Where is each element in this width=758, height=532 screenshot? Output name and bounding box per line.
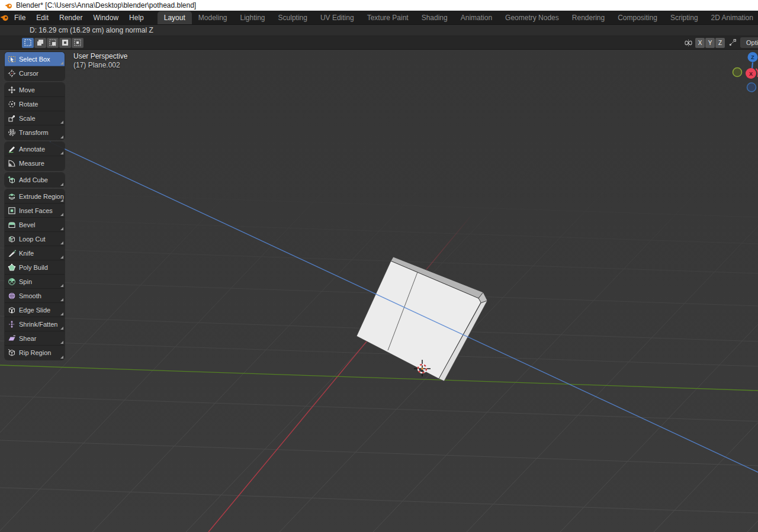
workspace-tab-texture-paint[interactable]: Texture Paint [361,11,415,25]
subtool-indicator-icon [60,62,63,65]
knife-icon [5,249,19,257]
tool-label: Select Box [19,56,50,63]
workspace-tab-modeling[interactable]: Modeling [192,11,234,25]
menu-edit[interactable]: Edit [31,12,54,24]
tool-transform[interactable]: Transform [5,125,65,140]
nav-gizmo: Z X [733,52,758,92]
menu-file[interactable]: File [9,12,31,24]
tool-move[interactable]: Move [5,83,65,97]
menu-render[interactable]: Render [54,12,88,24]
tool-scale[interactable]: Scale [5,111,65,125]
tool-inset-faces[interactable]: Inset Faces [5,204,65,218]
tool-group-2: MoveRotateScaleTransform [5,83,65,140]
subtool-indicator-icon [60,199,63,202]
workspace-tabs: LayoutModelingLightingSculptingUV Editin… [158,11,758,25]
tool-bevel[interactable]: Bevel [5,218,65,232]
subtool-indicator-icon [60,183,63,186]
viewport-scene[interactable]: Z X [0,50,758,532]
options-button[interactable]: Opti [740,37,758,48]
bevel-icon [5,221,19,229]
tool-select-box[interactable]: Select Box [5,52,65,66]
tool-shrink-fatten[interactable]: Shrink/Fatten [5,317,65,331]
tool-smooth[interactable]: Smooth [5,289,65,303]
active-object-label: (17) Plane.002 [73,61,127,70]
tool-label: Shear [19,335,36,342]
poly-build-icon [5,263,19,272]
workspace-tab-sculpting[interactable]: Sculpting [272,11,314,25]
tool-settings-bar: XYZ Opti [0,36,758,50]
tool-label: Annotate [19,146,45,153]
workspace-tab-lighting[interactable]: Lighting [234,11,272,25]
tool-poly-build[interactable]: Poly Build [5,260,65,275]
tool-cursor[interactable]: Cursor [5,66,65,80]
workspace-tab-rendering[interactable]: Rendering [566,11,611,25]
workspace-tab-geometry-nodes[interactable]: Geometry Nodes [499,11,566,25]
gizmo-axis-y-negative[interactable] [733,68,742,77]
workspace-tab-layout[interactable]: Layout [158,11,192,25]
tool-label: Knife [19,250,34,257]
subtool-indicator-icon [60,213,63,216]
tool-add-cube[interactable]: Add Cube [5,173,65,187]
blender-app-icon [5,2,12,9]
mirror-axis-y-button[interactable]: Y [705,38,715,48]
workspace-tab-uv-editing[interactable]: UV Editing [314,11,361,25]
scale-icon [5,114,19,122]
select-mode-extend-button[interactable] [34,38,46,48]
subtool-indicator-icon [60,312,63,315]
select-mode-set-button[interactable] [22,38,34,48]
tool-label: Edge Slide [19,307,50,314]
viewport-info-overlay: User Perspective (17) Plane.002 [73,52,127,70]
tool-measure[interactable]: Measure [5,156,65,170]
tool-rotate[interactable]: Rotate [5,97,65,111]
extrude-region-icon [5,192,19,201]
subtool-indicator-icon [60,227,63,230]
workspace-tab-scripting[interactable]: Scripting [664,11,705,25]
tool-group-3: AnnotateMeasure [5,142,65,170]
subtool-indicator-icon [60,341,63,344]
menu-window[interactable]: Window [88,12,124,24]
workspace-tab-shading[interactable]: Shading [415,11,454,25]
workspace-tab-animation[interactable]: Animation [454,11,499,25]
tool-rip-region[interactable]: Rip Region [5,346,65,360]
blender-topbar: FileEditRenderWindowHelp LayoutModelingL… [0,11,758,25]
tool-label: Smooth [19,292,41,299]
tool-extrude-region[interactable]: Extrude Region [5,189,65,204]
tool-label: Bevel [19,221,36,228]
select-mode-intersect-button[interactable] [72,38,83,48]
os-title-bar: Blender* [C:\Users\Anna\Desktop\blender\… [0,0,758,11]
tool-label: Add Cube [19,176,48,183]
transform-icon [5,128,19,137]
viewport-3d[interactable]: Z X User Perspective (17) Plane.002 Sele… [0,50,758,532]
tool-edge-slide[interactable]: Edge Slide [5,303,65,317]
annotate-icon [5,145,19,153]
tool-loop-cut[interactable]: Loop Cut [5,232,65,246]
tool-settings-right: XYZ Opti [683,37,758,48]
tool-annotate[interactable]: Annotate [5,142,65,156]
select-mode-subtract-button[interactable] [47,38,59,48]
mirror-axis-z-button[interactable]: Z [715,38,725,48]
subtool-indicator-icon [60,298,63,301]
workspace-tab-2d-animation[interactable]: 2D Animation [705,11,758,25]
workspace-tab-compositing[interactable]: Compositing [611,11,664,25]
rip-region-icon [5,349,19,357]
tool-group-1: Select BoxCursor [5,52,65,80]
mirror-symmetry-icon[interactable] [683,38,693,47]
blender-logo-icon[interactable] [0,13,9,22]
tool-spin[interactable]: Spin [5,275,65,289]
tool-label: Inset Faces [19,207,53,214]
proportional-editing-icon[interactable] [728,38,737,47]
tool-group-4: Add Cube [5,173,65,187]
tool-knife[interactable]: Knife [5,246,65,260]
mesh-front-face[interactable] [356,261,481,379]
gizmo-axis-z-negative[interactable] [747,83,756,92]
select-mode-invert-button[interactable] [59,38,71,48]
subtool-indicator-icon [60,121,63,124]
tool-shear[interactable]: Shear [5,331,65,346]
tool-label: Transform [19,129,49,136]
menu-help[interactable]: Help [124,12,149,24]
tool-label: Loop Cut [19,236,46,243]
mirror-axis-x-button[interactable]: X [695,38,705,48]
modal-status-text: D: 16.29 cm (16.29 cm) along normal Z [30,26,153,34]
tool-label: Measure [19,160,44,167]
subtool-indicator-icon [60,136,63,138]
